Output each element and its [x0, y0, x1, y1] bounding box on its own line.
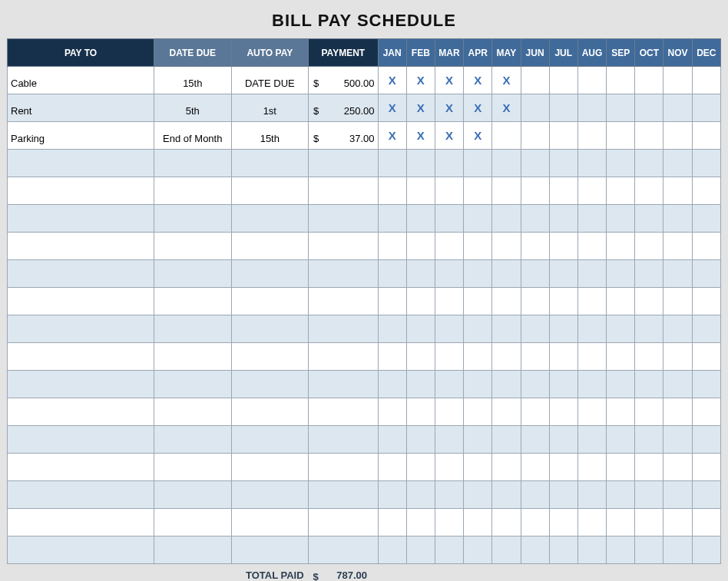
cell-month[interactable]: [492, 371, 521, 398]
cell-month[interactable]: [663, 67, 692, 94]
cell-autopay[interactable]: [231, 454, 309, 481]
cell-month[interactable]: [635, 288, 663, 315]
cell-month[interactable]: [464, 260, 492, 288]
cell-month[interactable]: [378, 426, 406, 454]
cell-month[interactable]: X: [492, 94, 521, 122]
cell-datedue[interactable]: [154, 288, 232, 315]
cell-datedue[interactable]: [154, 315, 232, 343]
cell-month[interactable]: [378, 536, 406, 564]
cell-payment[interactable]: [309, 343, 378, 371]
cell-month[interactable]: [406, 177, 435, 205]
cell-month[interactable]: [492, 150, 521, 177]
cell-autopay[interactable]: [231, 343, 309, 371]
cell-month[interactable]: [577, 509, 606, 536]
cell-month[interactable]: [378, 481, 406, 509]
cell-month[interactable]: [577, 481, 606, 509]
cell-month[interactable]: [521, 398, 549, 426]
cell-month[interactable]: [435, 371, 463, 398]
cell-payment[interactable]: [309, 398, 378, 426]
cell-autopay[interactable]: DATE DUE: [231, 67, 309, 94]
cell-month[interactable]: [521, 481, 549, 509]
cell-month[interactable]: [492, 343, 521, 371]
cell-month[interactable]: [663, 288, 692, 315]
cell-month[interactable]: X: [492, 67, 521, 94]
cell-month[interactable]: [378, 343, 406, 371]
cell-month[interactable]: [521, 260, 549, 288]
cell-month[interactable]: [464, 398, 492, 426]
cell-month[interactable]: [663, 454, 692, 481]
cell-month[interactable]: [692, 122, 720, 150]
cell-month[interactable]: [549, 150, 577, 177]
cell-month[interactable]: [607, 94, 635, 122]
cell-month[interactable]: [663, 371, 692, 398]
cell-month[interactable]: [635, 177, 663, 205]
cell-month[interactable]: [577, 67, 606, 94]
cell-datedue[interactable]: [154, 177, 232, 205]
cell-month[interactable]: [435, 315, 463, 343]
cell-month[interactable]: [607, 260, 635, 288]
cell-month[interactable]: [406, 260, 435, 288]
cell-datedue[interactable]: [154, 205, 232, 233]
cell-autopay[interactable]: 1st: [231, 94, 309, 122]
cell-month[interactable]: [577, 288, 606, 315]
cell-autopay[interactable]: [231, 177, 309, 205]
cell-month[interactable]: [577, 398, 606, 426]
cell-month[interactable]: [521, 150, 549, 177]
cell-month[interactable]: [549, 315, 577, 343]
cell-month[interactable]: [635, 426, 663, 454]
cell-month[interactable]: [435, 233, 463, 260]
cell-month[interactable]: [406, 150, 435, 177]
cell-datedue[interactable]: [154, 233, 232, 260]
cell-month[interactable]: [663, 177, 692, 205]
cell-autopay[interactable]: [231, 150, 309, 177]
cell-month[interactable]: X: [435, 122, 463, 150]
cell-autopay[interactable]: [231, 509, 309, 536]
cell-month[interactable]: [464, 454, 492, 481]
cell-month[interactable]: [692, 536, 720, 564]
cell-month[interactable]: [692, 233, 720, 260]
cell-month[interactable]: [521, 343, 549, 371]
cell-autopay[interactable]: 15th: [231, 122, 309, 150]
cell-payto[interactable]: [8, 398, 154, 426]
cell-autopay[interactable]: [231, 315, 309, 343]
cell-month[interactable]: [521, 67, 549, 94]
cell-payment[interactable]: [309, 233, 378, 260]
cell-month[interactable]: [692, 454, 720, 481]
cell-month[interactable]: [549, 454, 577, 481]
cell-month[interactable]: [406, 426, 435, 454]
cell-month[interactable]: [635, 67, 663, 94]
cell-month[interactable]: X: [378, 122, 406, 150]
cell-month[interactable]: X: [435, 67, 463, 94]
cell-month[interactable]: [549, 288, 577, 315]
cell-autopay[interactable]: [231, 481, 309, 509]
cell-payment[interactable]: [309, 371, 378, 398]
cell-month[interactable]: [663, 509, 692, 536]
cell-month[interactable]: [577, 343, 606, 371]
cell-month[interactable]: [378, 454, 406, 481]
cell-month[interactable]: [549, 509, 577, 536]
cell-month[interactable]: [464, 233, 492, 260]
cell-month[interactable]: [635, 343, 663, 371]
cell-month[interactable]: [435, 536, 463, 564]
cell-month[interactable]: [492, 288, 521, 315]
cell-month[interactable]: [607, 481, 635, 509]
cell-payment[interactable]: [309, 177, 378, 205]
cell-month[interactable]: [692, 509, 720, 536]
cell-payment[interactable]: [309, 260, 378, 288]
cell-month[interactable]: [549, 536, 577, 564]
cell-month[interactable]: [492, 205, 521, 233]
cell-month[interactable]: [577, 233, 606, 260]
cell-month[interactable]: [607, 177, 635, 205]
cell-month[interactable]: [607, 315, 635, 343]
cell-month[interactable]: [378, 288, 406, 315]
cell-month[interactable]: [464, 205, 492, 233]
cell-month[interactable]: [607, 371, 635, 398]
cell-month[interactable]: [692, 481, 720, 509]
cell-datedue[interactable]: [154, 371, 232, 398]
cell-datedue[interactable]: [154, 150, 232, 177]
cell-month[interactable]: [435, 260, 463, 288]
cell-month[interactable]: X: [435, 94, 463, 122]
cell-month[interactable]: [549, 233, 577, 260]
cell-payment[interactable]: $250.00: [309, 94, 378, 122]
cell-month[interactable]: [406, 205, 435, 233]
